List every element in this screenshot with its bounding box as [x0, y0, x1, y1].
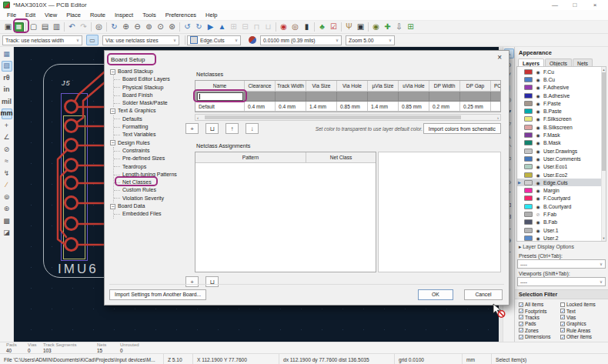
net-highlight-button[interactable]: ↯ — [2, 168, 12, 179]
edit-cell[interactable] — [491, 92, 501, 102]
menu-tools[interactable]: Tools — [138, 12, 161, 18]
visibility-eye-icon[interactable]: ◉ — [535, 172, 541, 178]
tree-item-embedded-files[interactable]: Embedded Files — [114, 210, 187, 218]
edit-cell[interactable] — [195, 92, 245, 102]
footprint-pad[interactable] — [64, 195, 79, 210]
tree-node-board-stackup[interactable]: −Board Stackup — [110, 68, 187, 75]
layer-color-swatch[interactable] — [524, 101, 533, 106]
netclass-row[interactable]: Default0.4 mm0.4 mm1.4 mm0.85 mm1.4 mm0.… — [195, 102, 500, 112]
layer-display-options[interactable]: ▸ Layer Display Options — [515, 242, 608, 251]
visibility-eye-icon[interactable]: ◉ — [535, 180, 541, 185]
flip-board-button[interactable]: ▶ — [205, 22, 216, 33]
group-button[interactable]: ⊞ — [228, 22, 239, 33]
menu-view[interactable]: View — [40, 12, 62, 18]
tree-item-custom-rules[interactable]: Custom Rules — [114, 186, 187, 194]
footprint-pad[interactable] — [64, 216, 79, 231]
footprint-pad[interactable] — [64, 158, 79, 172]
move-up-button[interactable]: ↑ — [225, 123, 239, 134]
filter-footprints[interactable]: ✓Footprints — [519, 308, 560, 313]
layer-color-swatch[interactable] — [524, 212, 533, 217]
mirror-button[interactable]: ▲ — [216, 22, 228, 33]
footprint-pad[interactable] — [64, 175, 79, 190]
via-size-dropdown[interactable]: Via: use netclass sizes ∨ — [102, 35, 179, 45]
netclass-cell[interactable]: 1.4 mm — [368, 102, 399, 112]
edit-cell[interactable] — [368, 92, 399, 102]
ungroup-button[interactable]: ⊟ — [239, 22, 251, 33]
checked-checkbox-icon[interactable]: ✓ — [560, 309, 565, 313]
sketch-pads-button[interactable]: ⊛ — [2, 204, 12, 215]
tree-item-violation-severity[interactable]: Violation Severity — [114, 195, 187, 202]
zoom-selection-button[interactable]: ⊛ — [166, 22, 178, 33]
plugin-brain-button[interactable]: ◉ — [370, 22, 382, 33]
redo-button[interactable]: ↷ — [78, 22, 89, 33]
netclass-cell[interactable]: 0.85 mm — [399, 102, 429, 112]
filter-other-items[interactable]: ✓Other items — [560, 334, 606, 339]
board-setup-button[interactable]: ▦ — [14, 22, 24, 32]
footprint-pad[interactable] — [64, 99, 79, 114]
layer-row-f-fab[interactable]: ⊘F.Fab — [517, 210, 606, 218]
filter-graphics[interactable]: ✓Graphics — [560, 321, 606, 326]
layer-row-user-comments[interactable]: ◉User.Comments — [517, 155, 606, 162]
viewports-dropdown[interactable]: ---- ∨ — [517, 277, 606, 286]
active-layer-dropdown[interactable]: Edge.Cuts ∨ — [187, 35, 241, 45]
layers-scrollbar[interactable]: ▲ ▼ — [601, 67, 606, 241]
visibility-off-icon[interactable]: ⊘ — [535, 212, 541, 217]
layer-pair-button[interactable]: ▮ — [301, 22, 312, 33]
checked-checkbox-icon[interactable]: ✓ — [519, 322, 523, 326]
tree-item-board-editor-layers[interactable]: Board Editor Layers — [114, 75, 187, 83]
edit-cell[interactable] — [306, 92, 337, 102]
plugin-puzzle-button[interactable]: ✚ — [382, 22, 393, 33]
move-down-button[interactable]: ↓ — [246, 123, 259, 134]
layer-color-swatch[interactable] — [524, 172, 533, 178]
import-settings-button[interactable]: Import Settings from Another Board... — [109, 289, 206, 300]
filter-all-items[interactable]: ✓All items — [519, 302, 560, 307]
find-button[interactable]: ◎ — [93, 22, 105, 33]
layer-color-swatch[interactable] — [524, 116, 533, 122]
undo-button[interactable]: ↶ — [66, 22, 78, 33]
rotate-cw-button[interactable]: ↻ — [193, 22, 205, 33]
netclass-cell[interactable]: 0.2 mm — [429, 102, 460, 112]
presets-dropdown[interactable]: ---- ∨ — [517, 259, 606, 269]
layer-row-b-adhesive[interactable]: ◉B.Adhesive — [517, 92, 606, 99]
rule-check-button[interactable]: ☑ — [328, 22, 339, 33]
tree-item-pre-defined-sizes[interactable]: Pre-defined Sizes — [114, 155, 187, 162]
layer-row-f-silkscreen[interactable]: ◉F.Silkscreen — [517, 115, 606, 123]
delete-netclass-button[interactable]: ⊔ — [205, 123, 219, 134]
free-angle-button[interactable]: ∠ — [2, 132, 12, 143]
footprint-pad[interactable] — [64, 237, 79, 252]
visibility-eye-icon[interactable]: ◉ — [535, 219, 541, 225]
zoom-in-button[interactable]: ⊕ — [120, 22, 132, 33]
netclass-cell[interactable] — [491, 102, 501, 112]
menu-preferences[interactable]: Preferences — [161, 12, 201, 18]
track-width-dropdown[interactable]: Track: use netclass width ∨ — [2, 35, 82, 45]
layer-row-edge-cuts[interactable]: ▶◉Edge.Cuts — [517, 179, 606, 186]
visibility-eye-icon[interactable]: ◉ — [535, 69, 541, 75]
menu-place[interactable]: Place — [62, 12, 85, 18]
track-posture-button[interactable]: ▭ — [86, 35, 99, 45]
layer-row-b-silkscreen[interactable]: ◉B.Silkscreen — [517, 123, 606, 131]
layer-row-user-1[interactable]: ◉User.1 — [517, 226, 606, 234]
add-netclass-button[interactable]: + — [185, 123, 199, 134]
visibility-eye-icon[interactable]: ◉ — [535, 188, 541, 193]
layer-color-swatch[interactable] — [524, 164, 533, 169]
layer-color-swatch[interactable] — [524, 109, 533, 114]
scripting-console-button[interactable]: ▣ — [355, 22, 366, 33]
visibility-eye-icon[interactable]: ◉ — [535, 93, 541, 99]
close-button[interactable]: × — [591, 2, 599, 8]
layer-color-swatch[interactable] — [524, 204, 533, 209]
visibility-eye-icon[interactable]: ◉ — [535, 125, 541, 130]
rotate-ccw-button[interactable]: ↺ — [182, 22, 193, 33]
layer-color-swatch[interactable] — [524, 195, 533, 201]
tree-node-board-data[interactable]: −Board Data — [110, 202, 187, 210]
ratsnest-curved-button[interactable]: ≈ — [2, 156, 12, 167]
checked-checkbox-icon[interactable]: ✓ — [519, 315, 523, 319]
menu-route[interactable]: Route — [85, 12, 110, 18]
lock-button[interactable]: ⊓ — [251, 22, 262, 33]
plot-button[interactable]: ▥ — [51, 22, 62, 33]
checked-checkbox-icon[interactable]: ✓ — [560, 322, 565, 326]
filter-tracks[interactable]: ✓Tracks — [519, 315, 560, 320]
layer-color-swatch[interactable] — [524, 69, 533, 75]
layer-row-f-courtyard[interactable]: ◉F.Courtyard — [517, 195, 606, 202]
checked-checkbox-icon[interactable]: ✓ — [519, 302, 523, 307]
layer-row-margin[interactable]: ◉Margin — [517, 186, 606, 194]
